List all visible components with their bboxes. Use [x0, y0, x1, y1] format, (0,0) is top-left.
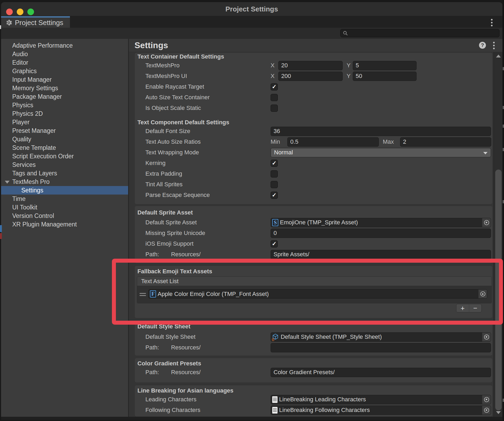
scroll-down-arrow-icon[interactable]	[496, 411, 501, 414]
leading-characters-object-field[interactable]: LineBreaking Leading Characters	[271, 395, 491, 404]
tab-bar: Project Settings	[1, 16, 502, 28]
text-wrapping-mode-dropdown[interactable]: Normal	[271, 148, 491, 157]
vertical-scrollbar[interactable]	[493, 52, 502, 417]
add-list-item-button[interactable]: +	[456, 304, 469, 312]
sidebar-item-input-manager[interactable]: Input Manager	[1, 75, 128, 84]
style-sheet-path-field[interactable]	[271, 343, 491, 352]
background-window-fragment	[503, 125, 504, 128]
object-picker-icon	[484, 220, 489, 225]
window-bottom-edge	[1, 417, 502, 420]
sidebar-item-xr-plugin-management[interactable]: XR Plugin Management	[1, 220, 128, 229]
sidebar-item-textmesh-pro[interactable]: TextMesh Pro	[1, 178, 128, 186]
background-window-fragment	[0, 225, 2, 232]
setting-row-tint-all-sprites: Tint All Sprites ✓	[135, 179, 492, 190]
tab-label: Project Settings	[15, 19, 63, 27]
text-asset-list-header: Text Asset List	[137, 277, 492, 286]
sidebar-item-preset-manager[interactable]: Preset Manager	[1, 126, 128, 135]
tab-bar-kebab-menu-icon[interactable]	[489, 19, 495, 26]
minimize-window-button[interactable]	[17, 9, 23, 15]
search-input[interactable]	[348, 30, 497, 36]
panel-text-container-defaults: Text Container Default Settings TextMesh…	[135, 52, 493, 204]
sidebar-item-player[interactable]: Player	[1, 118, 128, 126]
sidebar-item-graphics[interactable]: Graphics	[1, 67, 128, 75]
zoom-window-button[interactable]	[27, 9, 34, 15]
color-gradient-path-field[interactable]: Color Gradient Presets/	[271, 368, 491, 377]
is-object-scale-static-checkbox[interactable]: ✓	[271, 105, 278, 112]
object-picker-button[interactable]	[482, 218, 491, 227]
panel-fallback-emoji-text-assets: Fallback Emoji Text Assets Text Asset Li…	[135, 266, 493, 318]
default-font-size-field[interactable]: 36	[271, 127, 491, 136]
sidebar-item-package-manager[interactable]: Package Manager	[1, 92, 128, 101]
parse-escape-sequence-checkbox[interactable]: ✓	[271, 192, 278, 199]
auto-size-text-container-checkbox[interactable]: ✓	[271, 94, 278, 101]
kerning-checkbox[interactable]: ✓	[271, 160, 278, 167]
following-characters-object-field[interactable]: LineBreaking Following Characters	[271, 406, 491, 415]
setting-row-default-font-size: Default Font Size 36	[135, 126, 492, 137]
setting-row-kerning: Kerning ✓	[135, 158, 492, 168]
enable-raycast-target-checkbox[interactable]: ✓	[271, 83, 278, 90]
x-value-field[interactable]: 20	[278, 61, 343, 70]
main-header: Settings ?	[129, 39, 502, 52]
tint-all-sprites-checkbox[interactable]: ✓	[271, 181, 278, 188]
sidebar-item-tags-and-layers[interactable]: Tags and Layers	[1, 169, 128, 178]
object-picker-button[interactable]	[478, 290, 487, 298]
background-window-fragment	[0, 233, 2, 239]
background-window-fragment	[503, 399, 504, 402]
object-picker-button[interactable]	[482, 406, 491, 415]
scroll-up-arrow-icon[interactable]	[496, 55, 501, 57]
setting-row-default-sprite-asset: Default Sprite Asset S EmojiOne (TMP_Spr…	[135, 217, 492, 228]
ios-emoji-support-checkbox[interactable]: ✓	[271, 240, 278, 247]
default-style-sheet-object-field[interactable]: {} Default Style Sheet (TMP_Style Sheet)	[271, 332, 491, 342]
close-window-button[interactable]	[6, 9, 13, 15]
scrollbar-thumb[interactable]	[495, 170, 502, 410]
min-value-field[interactable]: 0.5	[287, 137, 379, 147]
background-window-fragment	[503, 148, 504, 151]
sidebar-item-physics[interactable]: Physics	[1, 101, 128, 109]
sidebar-item-memory-settings[interactable]: Memory Settings	[1, 84, 128, 92]
sidebar-item-adaptive-performance[interactable]: Adaptive Performance	[1, 41, 128, 50]
setting-row-text-auto-size-ratios: Text Auto Size Ratios Min 0.5 Max 2	[135, 137, 492, 147]
sidebar-item-quality[interactable]: Quality	[1, 135, 128, 143]
sidebar-item-services[interactable]: Services	[1, 160, 128, 169]
tab-project-settings[interactable]: Project Settings	[1, 16, 70, 28]
y-value-field[interactable]: 5	[353, 61, 417, 70]
help-icon[interactable]: ?	[479, 42, 486, 49]
sidebar-item-audio[interactable]: Audio	[1, 50, 128, 58]
sidebar-item-ui-toolkit[interactable]: UI Toolkit	[1, 203, 128, 212]
x-value-field[interactable]: 200	[278, 72, 343, 81]
setting-row-sprite-asset-path: Path:Resources/ Sprite Assets/	[135, 249, 492, 260]
settings-category-sidebar: Adaptive Performance Audio Editor Graphi…	[1, 39, 128, 417]
sidebar-item-scene-template[interactable]: Scene Template	[1, 143, 128, 152]
text-asset-icon	[272, 396, 278, 403]
sprite-asset-path-field[interactable]: Sprite Assets/	[271, 250, 491, 259]
setting-row-following-characters: Following Characters LineBreaking Follow…	[135, 405, 492, 415]
sidebar-item-textmesh-pro-settings[interactable]: Settings	[1, 186, 128, 195]
x-axis-label: X	[271, 73, 278, 80]
remove-list-item-button[interactable]: −	[469, 304, 482, 312]
sidebar-item-script-execution-order[interactable]: Script Execution Order	[1, 152, 128, 160]
sidebar-item-version-control[interactable]: Version Control	[1, 212, 128, 220]
sprite-asset-icon: S	[272, 219, 278, 226]
y-value-field[interactable]: 50	[353, 72, 417, 81]
drag-handle-icon[interactable]	[140, 293, 146, 296]
dropdown-selected-value: Normal	[274, 149, 293, 156]
disclosure-triangle-icon[interactable]	[5, 181, 10, 184]
window-title: Project Settings	[1, 2, 502, 16]
background-window-fragment	[503, 200, 504, 203]
sidebar-item-physics-2d[interactable]: Physics 2D	[1, 109, 128, 118]
object-picker-button[interactable]	[482, 333, 491, 341]
header-kebab-menu-icon[interactable]	[491, 42, 497, 49]
setting-row-textmeshpro-ui: TextMeshPro UI X 200 Y 50	[135, 71, 492, 81]
missing-sprite-unicode-field[interactable]: 0	[271, 229, 491, 238]
setting-row-default-style-sheet: Default Style Sheet {} Default Style She…	[135, 332, 492, 342]
default-sprite-asset-object-field[interactable]: S EmojiOne (TMP_Sprite Asset)	[271, 218, 491, 227]
y-axis-label: Y	[347, 62, 353, 69]
search-field[interactable]	[340, 29, 499, 37]
max-value-field[interactable]: 2	[400, 137, 491, 147]
object-picker-button[interactable]	[482, 395, 491, 404]
sidebar-item-time[interactable]: Time	[1, 195, 128, 203]
fallback-font-asset-object-field[interactable]: F Apple Color Emoji Color (TMP_Font Asse…	[148, 289, 487, 299]
sidebar-item-editor[interactable]: Editor	[1, 58, 128, 67]
text-asset-list: Text Asset List F Apple Color Emoji Colo…	[137, 276, 492, 303]
extra-padding-checkbox[interactable]: ✓	[271, 170, 278, 178]
